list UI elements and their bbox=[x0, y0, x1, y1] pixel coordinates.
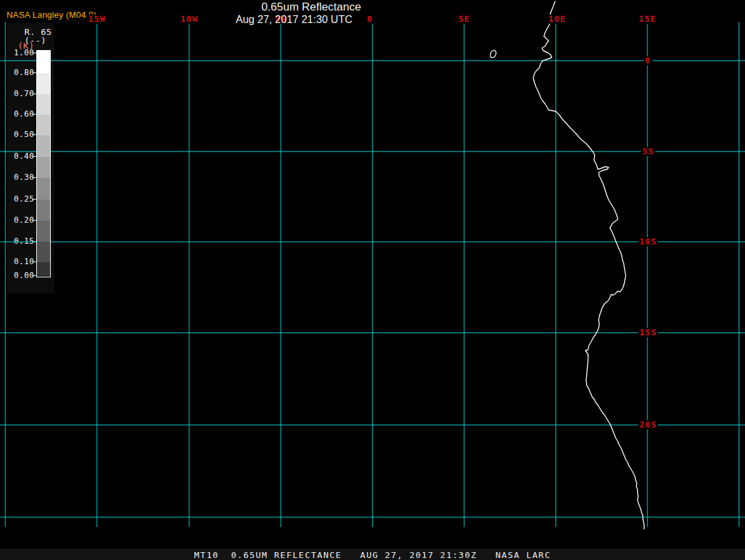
colorbar-segment bbox=[37, 276, 50, 277]
colorbar-segment bbox=[37, 115, 50, 135]
satellite-product-view: 1.000.800.700.600.500.400.300.250.200.15… bbox=[0, 0, 745, 560]
timestamp-subtitle: Aug 27, 2017 21:30 UTC bbox=[235, 14, 352, 26]
lon-label-10e: 10E bbox=[547, 14, 567, 24]
colorbar-strip bbox=[36, 50, 51, 277]
colorbar-segment bbox=[37, 94, 50, 115]
map-canvas bbox=[0, 0, 745, 560]
footer-product-caption: MT10 0.65UM REFLECTANCE AUG 27, 2017 21:… bbox=[194, 550, 551, 560]
colorbar-segment bbox=[37, 73, 50, 94]
colorbar-segment bbox=[37, 242, 50, 262]
colorbar-segment bbox=[37, 51, 50, 73]
lon-label-15w: 15W bbox=[87, 14, 107, 24]
lat-label-20s: 20S bbox=[638, 420, 658, 430]
lon-label-10w: 10W bbox=[179, 14, 199, 24]
lon-label-0: 0 bbox=[366, 14, 374, 24]
colorbar-segment bbox=[37, 135, 50, 157]
lat-label-5s: 5S bbox=[641, 147, 655, 156]
lat-label-10s: 10S bbox=[638, 237, 658, 246]
colorbar-segment bbox=[37, 200, 50, 221]
page-title: 0.65um Reflectance bbox=[261, 1, 361, 14]
footer-bar: MT10 0.65UM REFLECTANCE AUG 27, 2017 21:… bbox=[0, 549, 745, 560]
colorbar-segment bbox=[37, 221, 50, 242]
colorbar-segment bbox=[37, 262, 50, 276]
lat-label-0: 0 bbox=[644, 56, 653, 65]
lat-label-15s: 15S bbox=[638, 328, 658, 337]
lon-label-15e: 15E bbox=[638, 14, 657, 24]
colorbar-segment bbox=[37, 178, 50, 200]
agency-label: NASA Langley (M04.0) bbox=[7, 10, 96, 20]
colorbar-segment bbox=[37, 157, 50, 178]
lon-label-5e: 5E bbox=[457, 14, 471, 24]
colorbar-unit-kelvin-label: (K) bbox=[18, 41, 34, 51]
